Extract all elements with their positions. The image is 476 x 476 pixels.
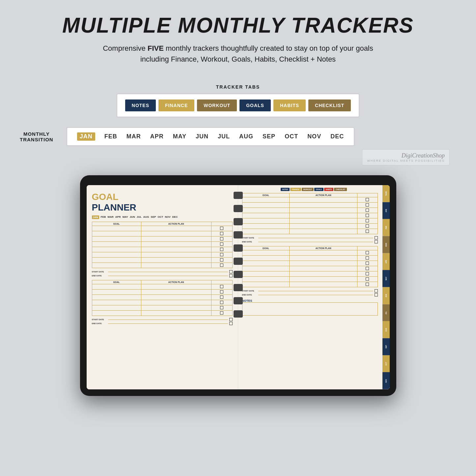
checkbox[interactable] — [220, 290, 223, 294]
right-tab-checklist[interactable]: CHECKLIST — [334, 188, 347, 191]
checkbox[interactable] — [375, 289, 378, 293]
mini-month-jan[interactable]: JAN — [92, 215, 99, 219]
checkbox[interactable] — [375, 293, 378, 296]
checkbox[interactable] — [220, 227, 223, 230]
right-goal-header-1: GOAL — [242, 193, 290, 197]
checkbox[interactable] — [366, 230, 369, 233]
tablet-frame: GOAL PLANNER JAN FEB MAR APR MAY JUN JUL… — [80, 175, 396, 396]
tracker-section: TRACKER TABS NOTES FINANCE WORKOUT GOALS… — [0, 84, 476, 117]
mini-month-aug[interactable]: AUG — [143, 215, 149, 219]
month-apr[interactable]: APR — [150, 133, 164, 140]
mini-month-jun[interactable]: JUN — [130, 215, 135, 219]
checkbox[interactable] — [366, 262, 369, 265]
side-tab-mar[interactable]: MAR — [382, 236, 390, 253]
checkbox[interactable] — [220, 285, 223, 288]
month-aug[interactable]: AUG — [239, 133, 253, 140]
checkbox[interactable] — [366, 219, 369, 222]
month-jul[interactable]: JUL — [218, 133, 230, 140]
side-tab-apr[interactable]: APR — [382, 253, 390, 270]
side-tab-feb[interactable]: FEB — [382, 219, 390, 236]
mini-month-jul[interactable]: JUL — [137, 215, 142, 219]
checkbox[interactable] — [220, 264, 223, 267]
mini-month-feb[interactable]: FEB — [101, 215, 106, 219]
checkbox[interactable] — [366, 267, 369, 270]
checkbox[interactable] — [375, 236, 378, 239]
checkbox[interactable] — [220, 248, 223, 251]
checkbox[interactable] — [366, 256, 369, 260]
checkbox[interactable] — [366, 272, 369, 275]
mini-month-apr[interactable]: APR — [115, 215, 121, 219]
checkbox[interactable] — [220, 258, 223, 262]
side-tab-sep[interactable]: SEP — [382, 338, 390, 355]
month-feb[interactable]: FEB — [104, 133, 117, 140]
start-date-row-1: START DATE — [92, 270, 233, 273]
checkbox[interactable] — [220, 295, 223, 299]
side-tab-oct[interactable]: OCT — [382, 355, 390, 373]
checkbox[interactable] — [220, 253, 223, 256]
checkbox[interactable] — [366, 224, 369, 228]
table-row — [242, 266, 378, 271]
checkbox[interactable] — [220, 237, 223, 240]
mini-month-nov[interactable]: NOV — [165, 215, 171, 219]
checkbox[interactable] — [220, 232, 223, 235]
right-start-date-2: START DATE — [242, 289, 378, 293]
side-tab-jun[interactable]: JUN — [382, 287, 390, 304]
month-jan[interactable]: JAN — [77, 132, 95, 141]
spiral-ring — [234, 284, 243, 291]
tab-workout[interactable]: WORKOUT — [197, 99, 237, 111]
checkbox[interactable] — [220, 306, 223, 309]
checkbox[interactable] — [229, 274, 233, 277]
side-tab-may[interactable]: MAY — [382, 270, 390, 287]
tab-finance[interactable]: FINANCE — [158, 99, 194, 111]
mini-month-mar[interactable]: MAR — [108, 215, 114, 219]
side-tab-jan[interactable]: JAN — [382, 202, 390, 219]
right-tab-finance[interactable]: FINANCE — [290, 188, 301, 191]
logo-area: DigiCreationShop WHERE DIGITAL MEETS POS… — [0, 149, 476, 165]
side-tab-year[interactable]: YEAR — [382, 185, 390, 202]
tab-notes[interactable]: NOTES — [125, 99, 156, 111]
checkbox[interactable] — [229, 322, 233, 325]
checkbox[interactable] — [366, 198, 369, 201]
mini-month-dec[interactable]: DEC — [172, 215, 178, 219]
checkbox[interactable] — [229, 318, 233, 321]
side-tab-jul[interactable]: JUL — [382, 304, 390, 322]
notes-area[interactable] — [242, 302, 378, 316]
checkbox[interactable] — [366, 283, 369, 286]
checkbox[interactable] — [375, 240, 378, 243]
month-dec[interactable]: DEC — [330, 133, 344, 140]
right-tab-workout[interactable]: WORKOUT — [302, 188, 314, 191]
right-tab-habits[interactable]: HABITS — [324, 188, 334, 191]
checkbox[interactable] — [229, 270, 233, 273]
right-tab-notes[interactable]: NOTES — [281, 188, 290, 191]
right-end-label-1: END DATE — [242, 241, 257, 243]
right-action-header-1: ACTION PLAN — [290, 193, 357, 197]
tab-habits[interactable]: HABITS — [273, 99, 306, 111]
table-row — [92, 263, 232, 268]
checkbox[interactable] — [366, 251, 369, 254]
table-row — [92, 247, 232, 252]
month-mar[interactable]: MAR — [126, 133, 141, 140]
table-row — [92, 252, 232, 258]
right-tab-goals[interactable]: GOALS — [314, 188, 323, 191]
month-oct[interactable]: OCT — [285, 133, 298, 140]
mini-month-sep[interactable]: SEP — [151, 215, 156, 219]
checkbox[interactable] — [366, 214, 369, 217]
side-tab-nov[interactable]: NOV — [382, 372, 390, 389]
side-tab-aug[interactable]: AUG — [382, 321, 390, 338]
checkbox[interactable] — [220, 242, 223, 246]
month-nov[interactable]: NOV — [307, 133, 321, 140]
tab-goals[interactable]: GOALS — [239, 99, 271, 111]
checkbox[interactable] — [366, 203, 369, 207]
mini-month-may[interactable]: MAY — [123, 215, 128, 219]
left-goal-header-1: GOAL — [92, 222, 141, 226]
checkbox[interactable] — [220, 311, 223, 315]
month-sep[interactable]: SEP — [263, 133, 275, 140]
month-jun[interactable]: JUN — [196, 133, 209, 140]
tab-checklist[interactable]: CHECKLIST — [308, 99, 351, 111]
checkbox[interactable] — [220, 301, 223, 304]
monthly-section: MONTHLYTRANSITION JAN FEB MAR APR MAY JU… — [0, 127, 476, 146]
month-may[interactable]: MAY — [173, 133, 186, 140]
checkbox[interactable] — [366, 277, 369, 281]
checkbox[interactable] — [366, 209, 369, 212]
mini-month-oct[interactable]: OCT — [158, 215, 163, 219]
